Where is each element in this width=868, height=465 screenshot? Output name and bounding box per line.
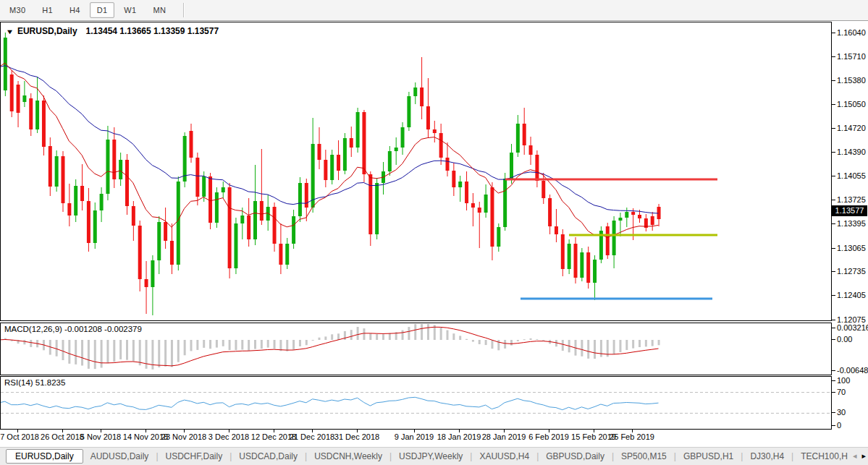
macd-histogram-bar [279, 340, 282, 351]
axis-tick-mark [832, 56, 835, 57]
macd-histogram-bar [389, 333, 391, 340]
timeframe-button-h1[interactable]: H1 [35, 2, 60, 18]
price-axis-label: 1.15050 [837, 99, 866, 109]
axis-tick-mark [832, 271, 835, 272]
price-axis-label: 1.13725 [837, 195, 866, 205]
candle-body-up [183, 136, 187, 182]
macd-histogram-bar [222, 340, 224, 346]
timeframe-button-mn[interactable]: MN [146, 2, 173, 18]
macd-histogram-bar [350, 330, 353, 340]
timeframe-button-m30[interactable]: M30 [2, 2, 33, 18]
chart-tab-usdcnh[interactable]: USDCNH,Weekly [307, 450, 389, 463]
candle-body-up [100, 194, 104, 210]
macd-histogram-bar [472, 340, 474, 342]
tab-scroll-left-icon[interactable]: ◂ [853, 451, 857, 460]
rsi-chart[interactable] [1, 377, 831, 429]
rsi-line [1, 397, 659, 409]
macd-histogram-bar [421, 324, 423, 340]
price-axis-label: 1.16040 [837, 27, 866, 38]
macd-histogram-bar [658, 340, 660, 345]
macd-histogram-bar [274, 340, 276, 349]
candle-body-up [93, 210, 97, 243]
candle-body-down [368, 174, 372, 234]
macd-axis: 0.0032160.00-0.006485 [832, 323, 868, 375]
candle-body-down [138, 226, 142, 279]
axis-tick-mark [832, 80, 835, 81]
macd-histogram-bar [241, 340, 243, 350]
macd-histogram-bar [363, 328, 365, 340]
chart-tab-audusd[interactable]: AUDUSD,Daily [83, 450, 156, 463]
candle-body-down [49, 146, 52, 187]
candle-body-up [343, 138, 347, 171]
candle-body-down [638, 215, 641, 218]
axis-tick-mark [832, 176, 835, 176]
candle-body-down [651, 216, 654, 225]
candle-body-up [202, 176, 206, 197]
macd-histogram-bar [459, 336, 461, 340]
macd-histogram-bar [414, 324, 416, 340]
chart-tab-gbpusd[interactable]: GBPUSD,Daily [539, 450, 612, 463]
candlestick-chart[interactable] [1, 22, 831, 320]
low-support-line[interactable] [521, 298, 712, 300]
chart-tab-usdchf[interactable]: USDCHF,Daily [159, 450, 230, 463]
price-axis-label: 1.12735 [837, 266, 866, 276]
axis-tick-mark [832, 328, 835, 328]
candle-body-up [568, 244, 571, 269]
macd-histogram-bar [440, 328, 442, 340]
candle-body-down [273, 207, 277, 244]
rsi-axis-label: 100 [837, 375, 850, 385]
price-axis-label: 1.15710 [837, 51, 866, 61]
macd-histogram-bar [299, 340, 301, 346]
macd-histogram-bar [331, 334, 333, 340]
macd-histogram-bar [88, 340, 90, 369]
chart-tab-eurusd[interactable]: EURUSD,Daily [6, 449, 83, 464]
macd-axis-label: 0.00 [837, 334, 852, 344]
timeframe-button-d1[interactable]: D1 [90, 2, 115, 18]
macd-histogram-bar [254, 340, 256, 349]
rsi-label: RSI(14) 51.8235 [4, 378, 65, 387]
timeframe-button-h4[interactable]: H4 [62, 2, 88, 18]
macd-histogram-bar [23, 340, 25, 344]
chart-symbol-label: EURUSD,Daily [17, 26, 77, 36]
axis-tick-mark [832, 152, 835, 153]
tab-scroll-right-icon[interactable]: ▸ [861, 451, 866, 460]
date-axis-label: 31 Dec 2018 [324, 432, 389, 441]
candle-body-up [151, 260, 154, 287]
chart-tab-dj30[interactable]: DJ30,H4 [743, 450, 791, 463]
macd-histogram-bar [452, 333, 455, 340]
macd-histogram-bar [261, 340, 263, 349]
macd-histogram-bar [126, 340, 128, 360]
toolbar-separator [183, 3, 185, 17]
macd-histogram-bar [94, 340, 96, 369]
chart-tab-xauusd[interactable]: XAUUSD,H4 [472, 450, 536, 463]
mid-support-line[interactable] [569, 234, 717, 236]
macd-histogram-bar [497, 340, 500, 350]
macd-histogram-bar [479, 340, 481, 344]
candle-body-down [433, 129, 437, 133]
rsi-pane[interactable] [0, 376, 832, 430]
chart-tab-gbpusd[interactable]: GBPUSD,H1 [676, 450, 741, 463]
macd-histogram-bar [517, 340, 519, 341]
candle-body-down [535, 155, 539, 181]
resistance-line[interactable] [505, 179, 717, 181]
candle-body-down [132, 206, 135, 226]
macd-histogram-bar [485, 340, 487, 345]
chart-tab-usdjpy[interactable]: USDJPY,Weekly [392, 450, 470, 463]
macd-histogram-bar [324, 336, 326, 340]
candle-body-down [29, 98, 33, 129]
candle-body-down [350, 138, 353, 148]
macd-histogram-bar [184, 340, 186, 355]
candle-body-down [324, 160, 327, 180]
candle-body-down [337, 155, 340, 171]
macd-histogram-bar [30, 340, 32, 347]
price-chart-pane[interactable] [0, 22, 832, 321]
chart-tab-usdcad[interactable]: USDCAD,Daily [232, 450, 305, 463]
chart-tab-tech100[interactable]: TECH100,H [793, 450, 855, 463]
mt4-window: M30H1H4D1W1MN ▼EURUSD,Daily1.13454 1.136… [0, 0, 868, 465]
macd-histogram-bar [523, 339, 526, 340]
symbol-dropdown-icon[interactable]: ▼ [6, 28, 14, 35]
timeframe-button-w1[interactable]: W1 [117, 2, 143, 18]
chart-tab-sp500[interactable]: SP500,M15 [614, 450, 674, 463]
candle-body-down [190, 131, 193, 158]
candle-body-down [112, 140, 116, 179]
